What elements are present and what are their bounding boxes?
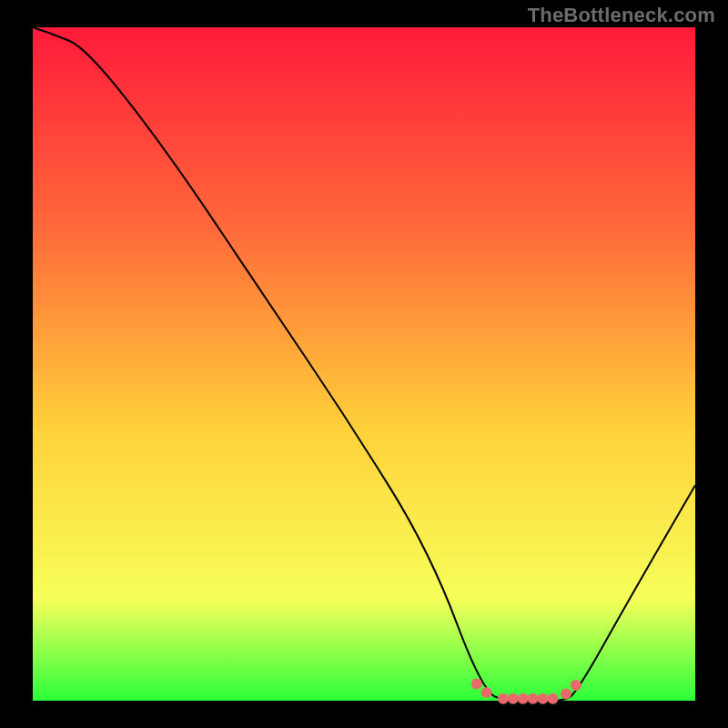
watermark-text: TheBottleneck.com (528, 4, 715, 27)
optimal-dot (571, 680, 581, 691)
optimal-dot (518, 693, 529, 704)
gradient-background (33, 27, 695, 701)
bottleneck-plot (0, 0, 728, 728)
optimal-dot (498, 693, 509, 704)
optimal-dot (471, 679, 482, 690)
optimal-dot (481, 687, 492, 698)
optimal-dot (547, 693, 558, 704)
optimal-dot (538, 693, 549, 704)
optimal-dot (528, 693, 539, 704)
optimal-dot (508, 693, 519, 704)
chart-frame: TheBottleneck.com (0, 0, 728, 728)
optimal-dot (561, 689, 571, 700)
